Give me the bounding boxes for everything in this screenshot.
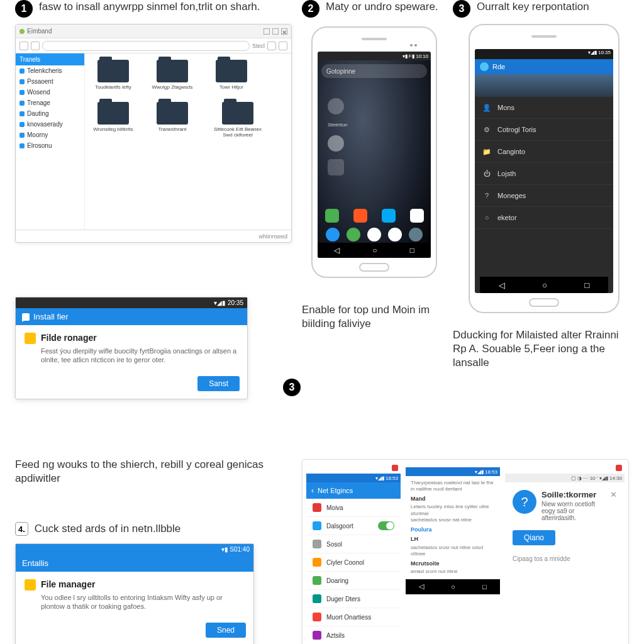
phone-speaker-icon — [531, 35, 557, 38]
settings-row[interactable]: Dalsgoort — [306, 517, 401, 535]
sidebar-item[interactable]: Trenage — [16, 97, 84, 108]
back-nav-icon[interactable]: ◁ — [499, 280, 505, 290]
back-nav-icon[interactable]: ◁ — [419, 582, 424, 591]
dialog-body-text: You odlee l sry uiltitolls to entoring I… — [41, 593, 245, 611]
home-search-input[interactable]: Gotopinne — [321, 64, 427, 78]
android-nav-bar: ◁○□ — [406, 579, 500, 594]
play-store-icon[interactable] — [410, 209, 424, 223]
settings-row[interactable]: Ciyler Coonol — [306, 553, 401, 572]
app-header: Rde — [475, 59, 613, 74]
reload-icon[interactable] — [267, 42, 276, 50]
android-nav-bar: ◁ ○ □ — [480, 277, 608, 293]
person-icon: 👤 — [482, 103, 491, 112]
folder-icon: 📁 — [482, 147, 491, 156]
back-icon[interactable] — [19, 42, 28, 50]
sidebar-item[interactable]: Elrosonu — [16, 140, 84, 151]
screen-titlebar: ‹ Net Etgincs — [306, 482, 401, 499]
sidebar-item[interactable]: knovaserady — [16, 119, 84, 130]
dialog-confirm-button[interactable]: Sned — [206, 623, 246, 638]
install-dialog-2: ▾▮ S01:40 Entallis File manager You odle… — [15, 543, 254, 644]
browser-sidebar: Tranels Telenkcheris Pssaoent Wosend Tre… — [16, 53, 85, 230]
chrome-icon[interactable] — [388, 228, 402, 242]
settings-item[interactable]: 📁Canginto — [475, 141, 613, 163]
folder-item[interactable]: Sitteconk Eitt Beanex Swd cklforeel — [209, 102, 266, 138]
camera-icon[interactable] — [409, 228, 423, 242]
shield-icon — [25, 579, 36, 591]
settings-row[interactable]: Moiva — [306, 499, 401, 517]
traffic-light-icon — [19, 29, 25, 34]
settings-item[interactable]: ⏻Lojsth — [475, 163, 613, 185]
settings-row[interactable]: Sosol — [306, 535, 401, 553]
row-icon — [313, 503, 321, 512]
row-icon — [313, 594, 321, 603]
doc-phone: ▾◢▮ 18:53 Tharyrpeaisas roallend nat tas… — [406, 464, 500, 644]
dialog-body-text: Fesst ýou dlerpilty wifle buocilty fyrtB… — [41, 347, 238, 365]
folder-item[interactable]: Tranesfnrant — [150, 102, 194, 138]
settings-row[interactable]: Duger Dters — [306, 590, 401, 608]
android-statusbar: ▾◢▮ 18:53 — [306, 474, 401, 482]
phone-app-icon[interactable] — [326, 228, 340, 242]
url-input[interactable] — [42, 41, 250, 51]
sidebar-item[interactable]: Dauting — [16, 108, 84, 119]
toggle-switch[interactable] — [378, 521, 394, 530]
row-icon — [313, 521, 321, 530]
app-icon[interactable] — [382, 209, 396, 223]
sidebar-item[interactable]: Telenkcheris — [16, 65, 84, 76]
app-icon[interactable] — [325, 209, 339, 223]
menu-icon[interactable] — [279, 42, 287, 50]
messages-app-icon[interactable] — [347, 228, 360, 242]
recents-nav-icon[interactable]: □ — [584, 280, 589, 290]
sidebar-item[interactable]: Pssaoent — [16, 76, 84, 87]
secondary-link[interactable]: Cipaag tos a mnidde — [513, 555, 617, 562]
record-icon — [616, 465, 622, 471]
settings-row[interactable]: Muort Onartiess — [306, 608, 401, 626]
home-nav-icon[interactable]: ○ — [451, 583, 455, 591]
forward-icon[interactable] — [31, 42, 40, 50]
widget-icon[interactable] — [328, 98, 344, 114]
dialog-heading: Filde ronager — [41, 333, 238, 343]
minimize-icon[interactable] — [264, 28, 270, 35]
folder-icon — [216, 60, 247, 82]
folder-icon — [222, 102, 253, 125]
confirm-button[interactable]: Qiano — [513, 530, 555, 545]
widget-icon[interactable] — [328, 159, 344, 175]
back-nav-icon[interactable]: ◁ — [334, 246, 340, 255]
settings-item[interactable]: ○eketor — [475, 207, 613, 229]
folder-item[interactable]: Wronstieg biltbrits — [91, 102, 135, 138]
home-nav-icon[interactable]: ○ — [372, 246, 377, 255]
step3-number: 3 — [453, 0, 470, 18]
recents-nav-icon[interactable]: □ — [482, 583, 487, 591]
row-icon — [313, 540, 321, 548]
phone-home-button[interactable] — [529, 298, 559, 307]
folder-item[interactable]: Toudklantfs iefty — [91, 60, 135, 91]
recents-nav-icon[interactable]: □ — [410, 246, 414, 255]
install-dialog-1: ▾◢▮ 20:35 ▶ Install fier Filde ronager F… — [15, 297, 248, 399]
settings-row[interactable]: Aztsils — [306, 626, 401, 644]
close-icon[interactable]: ✕ — [610, 490, 617, 499]
folder-icon — [157, 60, 188, 82]
android-statusbar: ▾▮ F▮ 10:10 — [318, 52, 431, 60]
settings-row[interactable]: Doaring — [306, 572, 401, 590]
maximize-icon[interactable] — [272, 28, 279, 35]
app-icon[interactable] — [353, 209, 367, 223]
step3-mid-number: 3 — [283, 379, 301, 396]
phone-speaker-icon — [362, 38, 387, 40]
browser-statusbar: whtinnseed — [16, 230, 291, 242]
apps-drawer-icon[interactable] — [367, 228, 381, 242]
settings-item[interactable]: ⚙Cotrogl Toris — [475, 119, 613, 141]
folder-item[interactable]: Towr Hitjor — [209, 60, 253, 91]
settings-item[interactable]: ?Moneges — [475, 185, 613, 207]
phone-home-button[interactable] — [359, 263, 389, 272]
sidebar-item[interactable]: Moorny — [16, 130, 84, 140]
home-nav-icon[interactable]: ○ — [542, 280, 547, 290]
widget-icon[interactable] — [328, 135, 344, 152]
folder-item[interactable]: Wwolgp Ztagwsds — [150, 60, 194, 91]
close-icon[interactable]: ✕ — [281, 28, 287, 35]
android-statusbar: ▾◢▮ 20:35 — [16, 297, 247, 308]
right-caption: Dducking for Milaisted alter Rrainni Rp … — [453, 328, 635, 370]
dialog-confirm-button[interactable]: Sanst — [197, 376, 240, 391]
sidebar-item[interactable]: Wosend — [16, 87, 84, 97]
settings-item[interactable]: 👤Mons — [475, 97, 613, 119]
back-icon[interactable]: ‹ — [311, 486, 314, 495]
app-title: Rde — [492, 63, 505, 70]
